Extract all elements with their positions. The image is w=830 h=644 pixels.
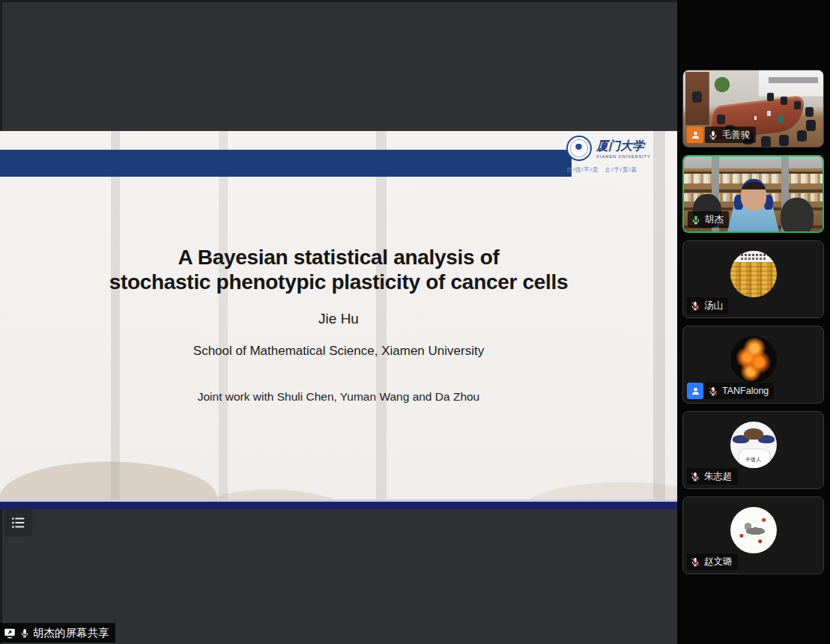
participant-tile-3[interactable]: 汤山 xyxy=(682,240,824,318)
pasta-avatar xyxy=(730,251,777,297)
participant-tile-4[interactable]: TANFalong xyxy=(682,326,824,404)
participant-badge-row: 汤山 xyxy=(687,297,728,314)
name-badge: 朱志超 xyxy=(687,468,738,484)
xiamen-university-logo: 厦门大学 XIAMEN UNIVERSITY 自/强/不/息 止/于/至/善 xyxy=(566,136,662,174)
university-name-cn: 厦门大学 xyxy=(596,139,651,154)
participant-badge-row: 胡杰 xyxy=(688,211,729,228)
slide-joint-work: Joint work with Shuli Chen, Yuman Wang a… xyxy=(0,390,677,404)
mic-active-icon xyxy=(19,627,30,640)
slide-title-line1: A Bayesian statistical analysis of xyxy=(0,245,677,270)
mic-muted-icon xyxy=(690,556,700,568)
participant-tile-6[interactable]: 赵文璐 xyxy=(682,496,824,574)
bird-avatar xyxy=(730,507,777,553)
slide-list-button[interactable] xyxy=(4,508,32,537)
screen-share-label: 胡杰的屏幕共享 xyxy=(33,626,109,640)
mic-muted-icon xyxy=(708,385,718,398)
university-name-en: XIAMEN UNIVERSITY xyxy=(596,154,651,159)
participant-name: 胡杰 xyxy=(705,213,724,226)
participant-badge-row: 毛善骏 xyxy=(687,127,756,143)
mic-muted-icon xyxy=(690,300,700,312)
university-motto: 自/强/不/息 止/于/至/善 xyxy=(566,166,662,174)
slide-accent-bar xyxy=(0,150,572,177)
dragon-avatar xyxy=(730,336,777,383)
participant-name: 赵文璐 xyxy=(704,556,733,568)
participant-name: 朱志超 xyxy=(704,470,733,483)
person-icon xyxy=(691,386,700,396)
participant-tile-1[interactable]: 毛善骏 xyxy=(682,70,824,148)
screen-share-region: 厦门大学 XIAMEN UNIVERSITY 自/强/不/息 止/于/至/善 A… xyxy=(0,0,677,644)
university-seal-icon xyxy=(566,136,592,161)
participant-name: TANFalong xyxy=(722,386,769,396)
participant-badge-row: 赵文璐 xyxy=(687,553,738,570)
list-icon xyxy=(10,514,26,531)
mic-icon xyxy=(708,129,718,142)
participant-sidebar: 毛善骏 胡杰 xyxy=(677,0,830,644)
mic-speaking-icon xyxy=(691,213,701,226)
participant-tile-5[interactable]: 干饭人 朱志超 xyxy=(682,411,824,489)
name-badge: 胡杰 xyxy=(688,211,729,228)
screen-share-indicator: 胡杰的屏幕共享 xyxy=(0,623,115,643)
participant-badge-row: 朱志超 xyxy=(687,468,738,484)
screen-share-icon xyxy=(3,627,16,640)
name-badge: TANFalong xyxy=(705,383,774,399)
role-badge xyxy=(687,383,703,399)
person-icon xyxy=(691,130,700,140)
slide-title-line2: stochastic phenotypic plasticity of canc… xyxy=(0,270,677,294)
participant-badge-row: TANFalong xyxy=(687,383,774,399)
name-badge: 赵文璐 xyxy=(687,553,738,570)
presentation-slide: 厦门大学 XIAMEN UNIVERSITY 自/强/不/息 止/于/至/善 A… xyxy=(0,131,677,509)
name-badge: 汤山 xyxy=(687,297,728,314)
participant-name: 汤山 xyxy=(704,300,723,312)
slide-title: A Bayesian statistical analysis of stoch… xyxy=(0,245,677,294)
mic-muted-icon xyxy=(690,470,700,483)
avatar-shirt-text: 干饭人 xyxy=(730,456,777,464)
participant-name: 毛善骏 xyxy=(722,129,751,142)
slide-affiliation: School of Mathematical Science, Xiamen U… xyxy=(0,344,677,359)
role-badge xyxy=(687,127,703,143)
slide-bottom-bar xyxy=(0,502,677,509)
slide-author: Jie Hu xyxy=(0,311,677,327)
person-back-avatar: 干饭人 xyxy=(730,422,777,468)
participant-tile-2[interactable]: 胡杰 xyxy=(682,155,824,233)
name-badge: 毛善骏 xyxy=(705,127,756,143)
